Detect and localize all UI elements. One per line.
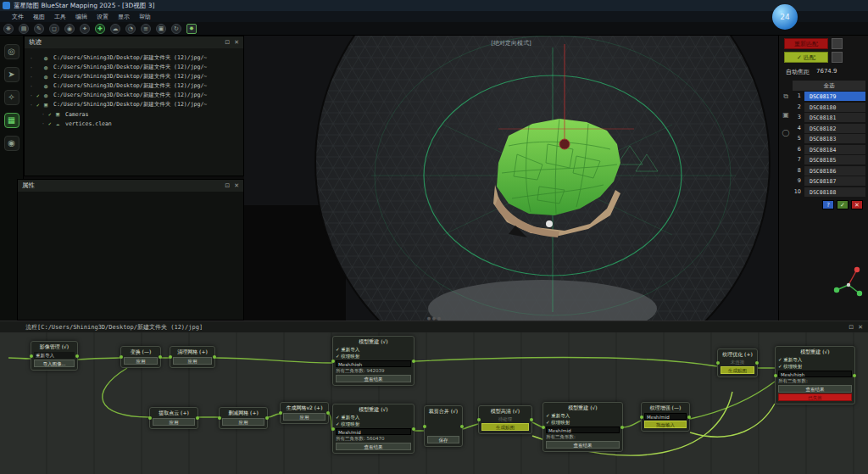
orbit-icon[interactable]: ◉ — [4, 136, 19, 151]
edit-icon[interactable]: ✎ — [34, 24, 44, 34]
tree-item[interactable]: ·◍C:/Users/Shining3D/Desktop/新建文件夹 (12)/… — [30, 72, 242, 81]
node-port-right[interactable] — [412, 427, 415, 431]
graph-node-n9[interactable]: 生成网格v2 (+)应用 — [280, 402, 329, 424]
close-panel-icon[interactable]: ✕ — [234, 39, 239, 46]
menu-item-文件[interactable]: 文件 — [12, 13, 24, 21]
axis-gizmo[interactable] — [832, 263, 865, 300]
node-btn-yellow[interactable]: 生成贴图 — [721, 366, 754, 374]
apply-settings-button[interactable] — [832, 52, 843, 63]
graph-node-n10[interactable]: 模型重建 (√)✓ 重新导入✓ 纹理映射Mesh/mid所有三角形数: 5604… — [332, 404, 415, 454]
align-icon[interactable]: ✚ — [95, 24, 105, 34]
graph-node-n4[interactable]: 模型重建 (√)✓ 重新导入✓ 纹理映射Mesh/high所有三角形数: 942… — [332, 336, 415, 386]
list-icon[interactable]: ≡ — [141, 24, 151, 34]
node-check[interactable]: ✓ 纹理映射 — [336, 421, 411, 427]
image-row[interactable]: 1DSC08179 — [793, 91, 865, 102]
node-btn[interactable]: 查看结果 — [546, 441, 620, 449]
rotate-icon[interactable]: ↻ — [171, 24, 181, 34]
node-port-left[interactable] — [774, 374, 777, 377]
tree-item[interactable]: ·◍C:/Users/Shining3D/Desktop/新建文件夹 (12)/… — [30, 63, 242, 72]
node-check[interactable]: ✓ 纹理映射 — [778, 364, 852, 370]
node-btn[interactable]: 查看结果 — [778, 385, 852, 393]
node-port-left[interactable] — [148, 416, 152, 420]
node-port-right[interactable] — [265, 416, 269, 420]
graph-node-n2[interactable]: 变换 (—)应用 — [120, 346, 161, 368]
node-check[interactable]: ✓ 纹理映射 — [546, 420, 620, 426]
close-panel-icon[interactable]: ✕ — [858, 324, 863, 331]
node-port-left[interactable] — [477, 418, 481, 421]
image-name[interactable]: DSC08184 — [804, 145, 865, 154]
node-btn[interactable]: 应用 — [222, 418, 264, 426]
node-btn[interactable]: 查看结果 — [336, 443, 411, 450]
node-port-left[interactable] — [279, 411, 282, 415]
user-badge[interactable]: 24 — [772, 4, 798, 30]
apply-button[interactable]: ✓ 匹配 — [784, 52, 828, 63]
node-check[interactable]: ✓ 重新导入 — [546, 413, 620, 419]
menu-item-帮助[interactable]: 帮助 — [139, 13, 151, 21]
tree-checkmark[interactable]: ✓ — [48, 120, 53, 126]
settings-icon[interactable]: ❋ — [3, 24, 14, 34]
image-row[interactable]: 5DSC08183 — [793, 133, 865, 144]
stop-button[interactable]: 重新匹配 — [784, 38, 828, 49]
open-project-icon[interactable]: ▤ — [19, 24, 29, 34]
image-row[interactable]: 6DSC08184 — [793, 144, 865, 155]
image-row[interactable]: 8DSC08186 — [793, 165, 865, 176]
node-port-right[interactable] — [620, 426, 624, 429]
node-port-right[interactable] — [687, 415, 691, 419]
node-port-left[interactable] — [331, 427, 335, 431]
node-port-left[interactable] — [331, 360, 335, 363]
node-port-left[interactable] — [218, 416, 221, 420]
image-row[interactable]: 2DSC08180 — [793, 102, 865, 113]
confirm-button[interactable]: ✓ — [837, 200, 849, 209]
node-btn[interactable]: 保存 — [427, 436, 459, 443]
image-row[interactable]: 10DSC08188 — [793, 187, 865, 198]
menu-item-显示[interactable]: 显示 — [118, 13, 130, 21]
node-port-right[interactable] — [412, 360, 415, 363]
image-name[interactable]: DSC08180 — [804, 103, 865, 112]
zoom-icon[interactable]: ◎ — [4, 44, 19, 59]
node-port-left[interactable] — [542, 426, 545, 429]
close-panel-icon[interactable]: ✕ — [234, 182, 239, 189]
image-name[interactable]: DSC08183 — [804, 134, 865, 143]
node-btn[interactable]: 应用 — [124, 357, 158, 365]
node-port-right[interactable] — [853, 374, 856, 377]
tree-item[interactable]: ·✓☁vertices.clean — [30, 119, 242, 128]
node-port-right[interactable] — [75, 354, 79, 358]
layers-icon[interactable]: ⧉ — [783, 92, 788, 101]
mesh-icon[interactable]: ✦ — [80, 24, 90, 34]
image-icon[interactable]: ▣ — [782, 111, 789, 119]
node-port-right[interactable] — [213, 355, 216, 359]
node-port-left[interactable] — [423, 425, 426, 428]
node-port-right[interactable] — [460, 425, 464, 428]
tree-checkmark[interactable]: ✓ — [48, 111, 53, 117]
graph-node-n5[interactable]: 纹理优化 (+)未连接生成贴图 — [717, 349, 758, 377]
menu-item-设置[interactable]: 设置 — [97, 13, 108, 21]
viewport-3d[interactable]: [绝对定向模式] — [244, 36, 778, 321]
node-port-left[interactable] — [30, 354, 33, 358]
image-name[interactable]: DSC08186 — [804, 166, 865, 176]
mask-icon[interactable]: ◯ — [782, 129, 790, 137]
bulb-icon[interactable]: ✸ — [186, 24, 197, 34]
graph-node-n1[interactable]: 影像管理 (√)重新导入导入图像... — [31, 341, 78, 371]
node-btn[interactable]: 导入图像... — [34, 360, 75, 367]
node-btn-red[interactable]: 已失效 — [778, 393, 852, 401]
graph-node-n7[interactable]: 提取点云 (+)应用 — [149, 407, 198, 429]
tree-item[interactable]: ·✓◍C:/Users/Shining3D/Desktop/新建文件夹 (12)… — [30, 91, 242, 100]
image-name[interactable]: DSC08187 — [804, 176, 865, 186]
node-port-left[interactable] — [169, 355, 172, 359]
select-all-header[interactable]: 全选 — [793, 81, 865, 91]
tree-item[interactable]: ·◍C:/Users/Shining3D/Desktop/新建文件夹 (12)/… — [30, 81, 242, 91]
node-check[interactable]: ✓ 纹理映射 — [336, 354, 411, 360]
copy-icon[interactable]: ▣ — [156, 24, 166, 34]
node-port-right[interactable] — [159, 355, 162, 359]
image-name[interactable]: DSC08181 — [804, 113, 865, 122]
link-icon[interactable]: ✧ — [4, 90, 19, 105]
float-panel-icon[interactable]: ⊡ — [849, 324, 854, 331]
node-btn-yellow[interactable]: 拖放输入 — [644, 421, 687, 428]
node-check[interactable]: ✓ 重新导入 — [336, 347, 411, 353]
tree-item[interactable]: ·✓▣Cameras — [30, 109, 242, 119]
graph-node-n13[interactable]: 纹理增强 (—)Mesh/mid拖放输入 — [641, 402, 690, 432]
graph-node-n12[interactable]: 模型高清 (√)待处理生成贴图 — [478, 405, 532, 434]
node-graph-canvas[interactable]: 影像管理 (√)重新导入导入图像...变换 (—)应用清理网格 (+)应用模型重… — [0, 332, 868, 474]
image-name[interactable]: DSC08188 — [804, 187, 865, 197]
graph-node-n14[interactable]: 模型重建 (√)✓ 重新导入✓ 纹理映射Mesh/mid所有三角形数:查看结果 — [542, 402, 623, 452]
